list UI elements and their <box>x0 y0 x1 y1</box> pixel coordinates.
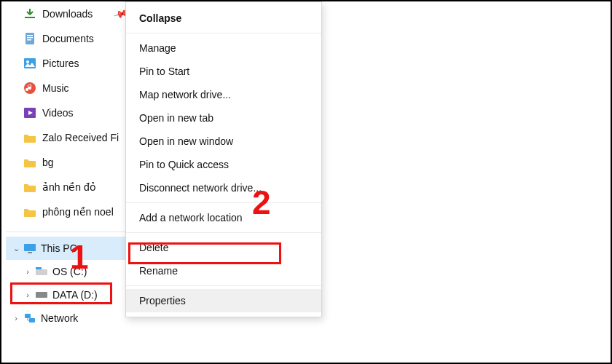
cm-rename[interactable]: Rename <box>126 259 321 282</box>
tree-label: Network <box>41 312 78 324</box>
svg-rect-9 <box>28 252 32 253</box>
drive-icon <box>34 291 50 298</box>
cm-collapse[interactable]: Collapse <box>126 7 321 30</box>
svg-rect-2 <box>27 37 33 39</box>
nav-label: Zalo Received Fi <box>42 132 119 143</box>
svg-rect-11 <box>36 267 42 269</box>
folder-icon <box>22 132 38 143</box>
nav-videos[interactable]: Videos <box>6 100 130 125</box>
nav-bg[interactable]: bg <box>6 150 130 175</box>
nav-pictures[interactable]: Pictures <box>6 51 130 76</box>
cm-pin-start[interactable]: Pin to Start <box>126 60 321 83</box>
music-icon <box>22 82 38 95</box>
tree-drive-os[interactable]: › OS (C:) <box>6 260 130 283</box>
svg-point-5 <box>26 60 29 63</box>
nav-anh-nen-do[interactable]: ảnh nền đỏ <box>6 175 130 199</box>
chevron-right-icon: › <box>22 290 34 299</box>
svg-rect-1 <box>27 35 33 36</box>
tree-label: OS (C:) <box>52 266 87 277</box>
cm-open-window[interactable]: Open in new window <box>126 130 321 153</box>
chevron-down-icon: ⌄ <box>10 244 22 253</box>
nav-label: bg <box>42 157 54 168</box>
svg-rect-12 <box>36 292 47 298</box>
pictures-icon <box>22 58 38 69</box>
context-menu: Collapse Manage Pin to Start Map network… <box>125 1 322 317</box>
svg-rect-10 <box>36 269 47 275</box>
nav-label: Downloads <box>42 8 93 20</box>
folder-icon <box>22 157 38 167</box>
document-icon <box>22 32 38 45</box>
cm-separator <box>126 285 321 286</box>
svg-rect-3 <box>27 39 31 41</box>
network-icon <box>22 313 38 323</box>
this-pc-icon <box>22 243 38 253</box>
svg-rect-0 <box>26 33 34 44</box>
download-icon <box>22 7 38 20</box>
nav-tree: Downloads 📌 Documents Pictures Music Vid… <box>6 1 130 363</box>
cm-separator <box>126 232 321 233</box>
tree-drive-data[interactable]: › DATA (D:) <box>6 283 130 306</box>
nav-downloads[interactable]: Downloads 📌 <box>6 1 130 26</box>
drive-os-icon <box>34 267 50 276</box>
cm-pin-quick[interactable]: Pin to Quick access <box>126 153 321 176</box>
nav-phong-nen-noel[interactable]: phông nền noel <box>6 199 130 224</box>
svg-rect-13 <box>25 314 31 318</box>
cm-properties[interactable]: Properties <box>126 289 321 312</box>
explorer-window: Downloads 📌 Documents Pictures Music Vid… <box>0 0 612 364</box>
nav-label: Pictures <box>42 58 79 69</box>
nav-documents[interactable]: Documents <box>6 26 130 51</box>
tree-section: ⌄ This PC › OS (C:) › DATA (D:) › Networ… <box>6 232 130 330</box>
cm-separator <box>126 33 321 33</box>
cm-open-tab[interactable]: Open in new tab <box>126 106 321 130</box>
cm-separator <box>126 202 321 203</box>
chevron-right-icon: › <box>10 314 22 323</box>
tree-network[interactable]: › Network <box>6 306 130 330</box>
cm-disconnect-drive[interactable]: Disconnect network drive... <box>126 176 321 199</box>
folder-icon <box>22 207 38 217</box>
tree-label: DATA (D:) <box>52 289 98 301</box>
tree-this-pc[interactable]: ⌄ This PC <box>6 237 130 260</box>
cm-map-drive[interactable]: Map network drive... <box>126 83 321 106</box>
folder-icon <box>22 182 38 192</box>
tree-label: This PC <box>41 242 77 254</box>
nav-zalo[interactable]: Zalo Received Fi <box>6 125 130 150</box>
cm-delete[interactable]: Delete <box>126 236 321 259</box>
cm-manage[interactable]: Manage <box>126 36 321 60</box>
cm-add-network-location[interactable]: Add a network location <box>126 206 321 229</box>
nav-label: phông nền noel <box>42 206 114 218</box>
nav-music[interactable]: Music <box>6 76 130 100</box>
nav-label: Music <box>42 82 69 94</box>
nav-label: Videos <box>42 107 74 119</box>
nav-label: Documents <box>42 33 94 44</box>
videos-icon <box>22 107 38 119</box>
svg-rect-8 <box>24 244 36 251</box>
nav-label: ảnh nền đỏ <box>42 181 96 193</box>
chevron-right-icon: › <box>22 267 34 276</box>
